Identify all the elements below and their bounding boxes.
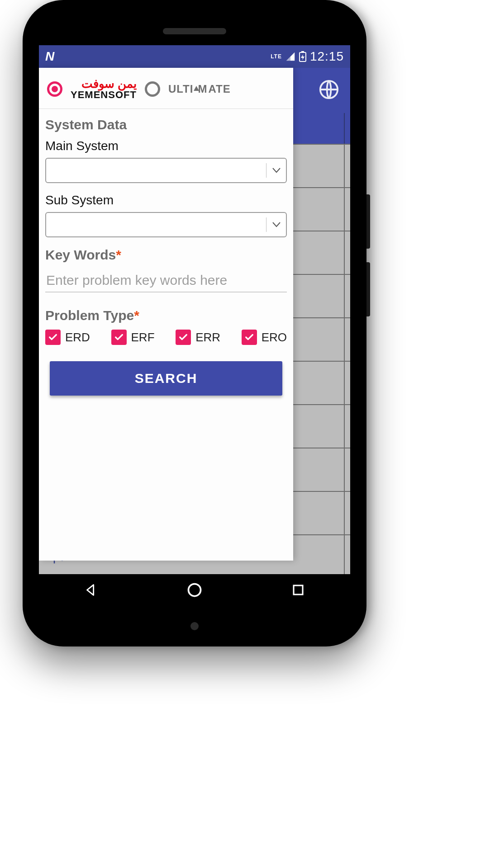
svg-rect-4 <box>294 585 303 594</box>
yemensoft-logo: يمن سوفت YEMENSOFT <box>71 78 137 100</box>
table-cell <box>344 448 350 491</box>
check-label: ERO <box>262 330 287 344</box>
table-cell <box>344 275 350 317</box>
ultimate-logo-post: ATE <box>208 83 230 95</box>
speaker-slot <box>163 28 226 34</box>
status-clock: 12:15 <box>310 49 344 64</box>
search-panel: يمن سوفت YEMENSOFT ULTI M ATE System Dat… <box>39 68 293 561</box>
required-mark: * <box>134 308 139 323</box>
checkbox-checked-icon <box>242 330 257 345</box>
table-cell <box>344 318 350 361</box>
phone-frame: N LTE 12:15 <box>23 0 366 646</box>
globe-icon[interactable] <box>319 79 339 102</box>
brand-radio-ultimate[interactable] <box>145 81 160 97</box>
main-system-select-input[interactable] <box>46 159 286 182</box>
check-err[interactable]: ERR <box>176 330 220 345</box>
table-cell <box>344 535 350 578</box>
problem-type-checks: ERD ERF ERR <box>45 330 287 345</box>
problem-type-title: Problem Type* <box>45 308 287 323</box>
checkbox-checked-icon <box>45 330 61 345</box>
check-ero[interactable]: ERO <box>242 330 287 345</box>
ultimate-logo-pre: ULTI <box>168 83 194 95</box>
recents-button[interactable] <box>289 580 308 599</box>
sub-system-label: Sub System <box>45 193 287 208</box>
search-button[interactable]: SEARCH <box>50 361 282 396</box>
check-label: ERF <box>131 330 155 344</box>
table-cell <box>344 405 350 448</box>
svg-rect-1 <box>301 51 304 52</box>
yemensoft-logo-ar: يمن سوفت <box>71 78 137 90</box>
check-erf[interactable]: ERF <box>111 330 155 345</box>
home-button[interactable] <box>185 580 204 599</box>
android-n-icon: N <box>45 49 53 64</box>
table-cell <box>344 492 350 534</box>
yemensoft-logo-en: YEMENSOFT <box>71 90 137 100</box>
table-cell <box>344 231 350 274</box>
keywords-input[interactable] <box>45 269 287 292</box>
back-button[interactable] <box>81 580 100 599</box>
screen: N LTE 12:15 <box>39 45 350 606</box>
lte-indicator: LTE <box>271 53 282 60</box>
table-cell <box>344 188 350 231</box>
main-system-select[interactable] <box>45 158 287 183</box>
mic-dot <box>190 622 199 630</box>
ultimate-logo: ULTI M ATE <box>168 83 231 95</box>
keywords-title: Key Words* <box>45 247 287 263</box>
main-system-label: Main System <box>45 139 287 153</box>
side-button <box>366 262 370 316</box>
table-cell <box>344 145 350 187</box>
brand-radio-yemensoft[interactable] <box>47 81 62 97</box>
status-bar: N LTE 12:15 <box>39 45 350 68</box>
required-mark: * <box>116 247 121 262</box>
checkbox-checked-icon <box>111 330 127 345</box>
battery-charging-icon <box>299 51 306 62</box>
signal-icon <box>285 52 295 61</box>
system-data-title: System Data <box>45 117 287 132</box>
check-label: ERR <box>195 330 220 344</box>
side-button <box>366 194 370 249</box>
check-erd[interactable]: ERD <box>45 330 90 345</box>
svg-point-3 <box>188 584 200 596</box>
sub-system-select-input[interactable] <box>46 213 286 236</box>
sub-system-select[interactable] <box>45 212 287 237</box>
table-cell <box>344 362 350 404</box>
android-navbar <box>39 574 350 606</box>
check-label: ERD <box>65 330 90 344</box>
brand-selector: يمن سوفت YEMENSOFT ULTI M ATE <box>39 68 293 109</box>
checkbox-checked-icon <box>176 330 191 345</box>
